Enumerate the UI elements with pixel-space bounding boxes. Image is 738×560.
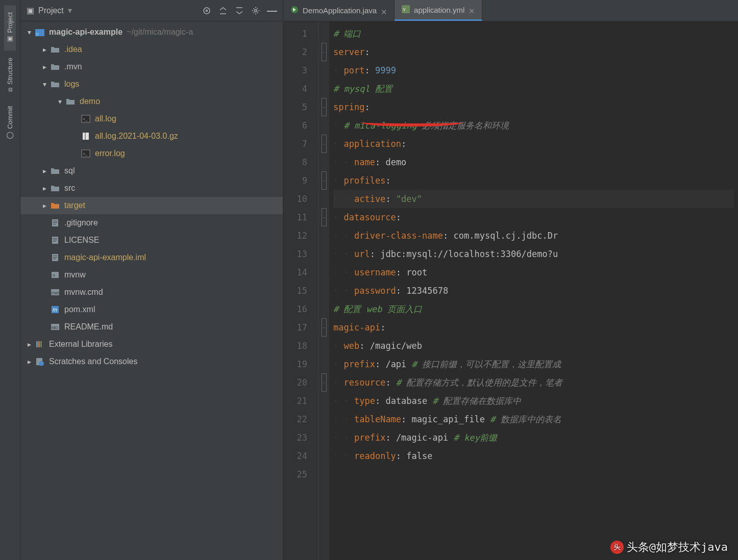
code-line[interactable]: · prefix: /api # 接口前缀，可以不配置，这里配置成 <box>333 355 734 373</box>
chevron-right-icon[interactable]: ▸ <box>41 185 48 192</box>
code-line[interactable]: · · active: "dev" <box>333 190 734 208</box>
svg-rect-13 <box>53 222 57 223</box>
line-number: 18 <box>283 337 307 355</box>
line-number: 8 <box>283 153 307 171</box>
tree-item[interactable]: .gitignore <box>20 214 283 232</box>
tree-item[interactable]: all.log.2021-04-03.0.gz <box>20 128 283 145</box>
side-tool-commit[interactable]: ◯ Commit <box>4 99 16 147</box>
tree-item[interactable]: ▸src <box>20 180 283 197</box>
fold-marker[interactable]: − <box>319 373 329 392</box>
code-line[interactable]: server: <box>333 43 734 61</box>
side-tool-structure[interactable]: ⧈ Structure <box>4 50 16 99</box>
line-number: 9 <box>283 171 307 190</box>
tree-item[interactable]: MDREADME.md <box>20 318 283 336</box>
line-number: 23 <box>283 428 307 447</box>
file-icon <box>50 235 60 245</box>
tree-item[interactable]: ▸Scratches and Consoles <box>20 353 283 370</box>
tree-item[interactable]: ▸.idea <box>20 41 283 58</box>
fold-gutter[interactable]: −−−−−−− <box>319 21 329 560</box>
code-content[interactable]: 头 头条@如梦技术java # 端口server:· port: 9999# m… <box>329 21 738 560</box>
tree-item[interactable]: ▸target <box>20 197 283 214</box>
code-line[interactable]: · datasource: <box>333 208 734 226</box>
code-line[interactable]: · application: <box>333 135 734 153</box>
code-line[interactable] <box>333 465 734 483</box>
tree-item[interactable]: LICENSE <box>20 232 283 249</box>
fold-marker[interactable]: − <box>319 208 329 226</box>
code-line[interactable]: · port: 9999 <box>333 61 734 80</box>
tree-item-label: README.md <box>64 322 113 332</box>
tree-item[interactable]: ▸External Libraries <box>20 336 283 353</box>
line-number: 3 <box>283 61 307 80</box>
tree-item[interactable]: mpom.xml <box>20 301 283 318</box>
code-line[interactable]: · · password: 12345678 <box>333 282 734 300</box>
svg-point-1 <box>206 10 208 11</box>
gear-icon[interactable] <box>251 6 260 15</box>
code-line[interactable]: · · readonly: false <box>333 447 734 465</box>
svg-rect-18 <box>53 241 56 242</box>
chevron-right-icon[interactable]: ▸ <box>26 341 33 348</box>
tree-item[interactable]: >_all.log <box>20 110 283 128</box>
code-line[interactable]: spring: <box>333 98 734 116</box>
annotation-underline <box>361 118 463 126</box>
tree-item[interactable]: magic-api-example.iml <box>20 249 283 266</box>
collapse-all-icon[interactable] <box>235 6 244 15</box>
code-line[interactable]: · · type: database # 配置存储在数据库中 <box>333 392 734 410</box>
file-icon: MD <box>50 322 60 332</box>
file-icon <box>50 62 60 72</box>
tree-item[interactable]: ▸sql <box>20 162 283 180</box>
code-line[interactable]: · · username: root <box>333 263 734 282</box>
tree-item[interactable]: ▾demo <box>20 93 283 110</box>
code-editor[interactable]: 1234567891011121314151617181920212223242… <box>283 21 738 560</box>
fold-marker[interactable]: − <box>319 98 329 116</box>
code-line[interactable]: · resource: # 配置存储方式，默认使用的是文件，笔者 <box>333 373 734 392</box>
fold-marker <box>319 282 329 300</box>
tree-item[interactable]: ▸.mvn <box>20 58 283 75</box>
chevron-right-icon[interactable]: ▸ <box>41 202 48 209</box>
chevron-down-icon[interactable]: ▾ <box>41 81 48 88</box>
tree-item[interactable]: ▾logs <box>20 75 283 93</box>
fold-marker[interactable]: − <box>319 171 329 190</box>
line-number: 20 <box>283 373 307 392</box>
file-icon <box>50 218 60 228</box>
fold-marker[interactable]: − <box>319 318 329 337</box>
select-opened-file-icon[interactable] <box>202 6 211 15</box>
tab-application-yml[interactable]: Y application.yml ✕ <box>395 0 482 21</box>
code-line[interactable]: · · name: demo <box>333 153 734 171</box>
tab-demoapplication[interactable]: DemoApplication.java ✕ <box>283 0 395 21</box>
chevron-down-icon[interactable]: ▾ <box>56 98 63 105</box>
chevron-right-icon[interactable]: ▸ <box>41 63 48 70</box>
tree-root[interactable]: ▾ magic-api-example ~/git/mica/magic-a <box>20 23 283 41</box>
close-icon[interactable]: ✕ <box>381 8 387 14</box>
chevron-right-icon[interactable]: ▸ <box>41 167 48 174</box>
code-line[interactable]: · web: /magic/web <box>333 337 734 355</box>
panel-title[interactable]: ▣ Project ▾ <box>27 6 202 15</box>
code-line[interactable]: # 端口 <box>333 24 734 43</box>
editor-area: DemoApplication.java ✕ Y application.yml… <box>283 0 738 560</box>
side-tool-project[interactable]: ▣ Project <box>4 5 16 50</box>
svg-rect-12 <box>53 221 57 221</box>
code-line[interactable]: # mysql 配置 <box>333 80 734 98</box>
tree-item[interactable]: CMDmvnw.cmd <box>20 284 283 301</box>
tree-item[interactable]: >mvnw <box>20 266 283 284</box>
file-icon <box>50 166 60 176</box>
code-line[interactable]: · · prefix: /magic-api # key前缀 <box>333 428 734 447</box>
chevron-right-icon[interactable]: ▸ <box>26 358 33 365</box>
close-icon[interactable]: ✕ <box>469 7 475 13</box>
file-icon <box>50 79 60 89</box>
code-line[interactable]: · profiles: <box>333 171 734 190</box>
fold-marker <box>319 190 329 208</box>
chevron-right-icon[interactable]: ▸ <box>41 46 48 53</box>
fold-marker[interactable]: − <box>319 135 329 153</box>
line-number: 17 <box>283 318 307 337</box>
code-line[interactable]: magic-api: <box>333 318 734 337</box>
code-line[interactable]: # 配置 web 页面入口 <box>333 300 734 318</box>
code-line[interactable]: · · driver-class-name: com.mysql.cj.jdbc… <box>333 226 734 245</box>
expand-all-icon[interactable] <box>218 6 228 15</box>
project-tree[interactable]: ▾ magic-api-example ~/git/mica/magic-a ▸… <box>20 21 283 560</box>
tree-item[interactable]: >_error.log <box>20 145 283 162</box>
code-line[interactable]: · · url: jdbc:mysql://localhost:3306/dem… <box>333 245 734 263</box>
code-line[interactable]: · · tableName: magic_api_file # 数据库中的表名 <box>333 410 734 428</box>
fold-marker[interactable]: − <box>319 43 329 61</box>
chevron-down-icon[interactable]: ▾ <box>26 29 33 36</box>
hide-icon[interactable]: — <box>267 6 277 15</box>
